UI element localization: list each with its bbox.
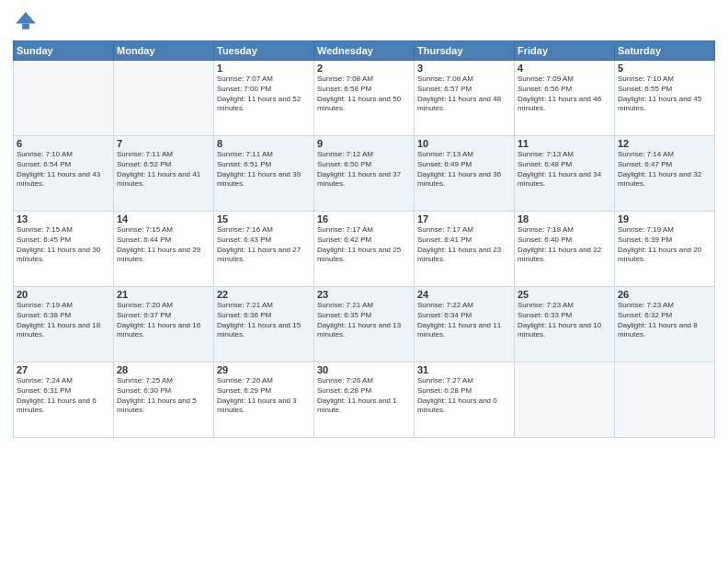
day-info: Sunrise: 7:15 AM Sunset: 6:44 PM Dayligh…	[117, 225, 210, 265]
day-info: Sunrise: 7:21 AM Sunset: 6:36 PM Dayligh…	[217, 301, 311, 340]
day-info: Sunrise: 7:26 AM Sunset: 6:29 PM Dayligh…	[217, 376, 311, 416]
day-number: 4	[518, 63, 611, 74]
day-info: Sunrise: 7:19 AM Sunset: 6:39 PM Dayligh…	[618, 225, 711, 265]
day-cell: 4Sunrise: 7:09 AM Sunset: 6:56 PM Daylig…	[515, 61, 615, 136]
day-number: 19	[618, 213, 711, 224]
day-info: Sunrise: 7:21 AM Sunset: 6:35 PM Dayligh…	[317, 301, 411, 340]
day-info: Sunrise: 7:17 AM Sunset: 6:41 PM Dayligh…	[417, 225, 511, 265]
col-header-sunday: Sunday	[14, 41, 114, 61]
day-info: Sunrise: 7:10 AM Sunset: 6:55 PM Dayligh…	[618, 75, 711, 114]
week-row-1: 1Sunrise: 7:07 AM Sunset: 7:00 PM Daylig…	[14, 61, 715, 136]
day-cell: 16Sunrise: 7:17 AM Sunset: 6:42 PM Dayli…	[314, 212, 415, 287]
day-number: 3	[417, 63, 511, 74]
header-row: SundayMondayTuesdayWednesdayThursdayFrid…	[14, 41, 715, 61]
day-info: Sunrise: 7:08 AM Sunset: 6:58 PM Dayligh…	[317, 75, 411, 114]
day-info: Sunrise: 7:11 AM Sunset: 6:52 PM Dayligh…	[117, 150, 210, 190]
day-number: 28	[117, 364, 210, 375]
day-info: Sunrise: 7:12 AM Sunset: 6:50 PM Dayligh…	[317, 150, 411, 190]
svg-rect-1	[22, 24, 29, 29]
day-info: Sunrise: 7:25 AM Sunset: 6:30 PM Dayligh…	[117, 376, 210, 416]
day-info: Sunrise: 7:09 AM Sunset: 6:56 PM Dayligh…	[518, 75, 611, 114]
header	[13, 9, 715, 35]
day-cell: 11Sunrise: 7:13 AM Sunset: 6:48 PM Dayli…	[515, 136, 615, 212]
day-cell: 20Sunrise: 7:19 AM Sunset: 6:38 PM Dayli…	[14, 287, 114, 362]
day-number: 22	[217, 289, 311, 300]
day-number: 2	[317, 63, 411, 74]
day-number: 14	[117, 213, 210, 224]
day-number: 10	[417, 138, 511, 149]
day-number: 25	[518, 289, 611, 300]
day-info: Sunrise: 7:16 AM Sunset: 6:43 PM Dayligh…	[217, 225, 311, 265]
week-row-4: 20Sunrise: 7:19 AM Sunset: 6:38 PM Dayli…	[14, 287, 715, 362]
day-info: Sunrise: 7:15 AM Sunset: 6:45 PM Dayligh…	[17, 225, 110, 265]
day-cell	[14, 61, 114, 136]
day-cell: 5Sunrise: 7:10 AM Sunset: 6:55 PM Daylig…	[615, 61, 715, 136]
day-info: Sunrise: 7:14 AM Sunset: 6:47 PM Dayligh…	[618, 150, 711, 190]
day-number: 27	[17, 364, 110, 375]
day-cell: 26Sunrise: 7:23 AM Sunset: 6:32 PM Dayli…	[615, 287, 715, 362]
day-number: 30	[317, 364, 411, 375]
day-info: Sunrise: 7:19 AM Sunset: 6:38 PM Dayligh…	[17, 301, 110, 340]
day-number: 24	[417, 289, 511, 300]
week-row-3: 13Sunrise: 7:15 AM Sunset: 6:45 PM Dayli…	[14, 212, 715, 287]
day-info: Sunrise: 7:26 AM Sunset: 6:28 PM Dayligh…	[317, 376, 411, 416]
day-cell: 14Sunrise: 7:15 AM Sunset: 6:44 PM Dayli…	[114, 212, 214, 287]
day-cell: 23Sunrise: 7:21 AM Sunset: 6:35 PM Dayli…	[314, 287, 415, 362]
day-cell	[114, 61, 214, 136]
day-cell: 1Sunrise: 7:07 AM Sunset: 7:00 PM Daylig…	[214, 61, 314, 136]
day-number: 8	[217, 138, 311, 149]
day-number: 9	[317, 138, 411, 149]
day-number: 13	[17, 213, 110, 224]
day-cell: 12Sunrise: 7:14 AM Sunset: 6:47 PM Dayli…	[615, 136, 715, 212]
day-cell: 19Sunrise: 7:19 AM Sunset: 6:39 PM Dayli…	[615, 212, 715, 287]
logo	[13, 9, 40, 35]
col-header-wednesday: Wednesday	[314, 41, 415, 61]
day-cell: 22Sunrise: 7:21 AM Sunset: 6:36 PM Dayli…	[214, 287, 314, 362]
day-number: 12	[618, 138, 711, 149]
day-cell: 2Sunrise: 7:08 AM Sunset: 6:58 PM Daylig…	[314, 61, 415, 136]
day-number: 5	[618, 63, 711, 74]
day-number: 6	[17, 138, 110, 149]
day-cell: 30Sunrise: 7:26 AM Sunset: 6:28 PM Dayli…	[314, 362, 415, 438]
day-info: Sunrise: 7:20 AM Sunset: 6:37 PM Dayligh…	[117, 301, 210, 340]
col-header-thursday: Thursday	[415, 41, 515, 61]
week-row-2: 6Sunrise: 7:10 AM Sunset: 6:54 PM Daylig…	[14, 136, 715, 212]
day-number: 15	[217, 213, 311, 224]
day-number: 20	[17, 289, 110, 300]
day-cell: 17Sunrise: 7:17 AM Sunset: 6:41 PM Dayli…	[415, 212, 515, 287]
day-cell: 3Sunrise: 7:08 AM Sunset: 6:57 PM Daylig…	[415, 61, 515, 136]
day-cell: 18Sunrise: 7:18 AM Sunset: 6:40 PM Dayli…	[515, 212, 615, 287]
day-cell: 15Sunrise: 7:16 AM Sunset: 6:43 PM Dayli…	[214, 212, 314, 287]
day-number: 16	[317, 213, 411, 224]
day-number: 29	[217, 364, 311, 375]
day-cell	[515, 362, 615, 438]
day-number: 21	[117, 289, 210, 300]
day-number: 17	[417, 213, 511, 224]
day-info: Sunrise: 7:18 AM Sunset: 6:40 PM Dayligh…	[518, 225, 611, 265]
day-cell: 7Sunrise: 7:11 AM Sunset: 6:52 PM Daylig…	[114, 136, 214, 212]
day-number: 18	[518, 213, 611, 224]
day-info: Sunrise: 7:23 AM Sunset: 6:33 PM Dayligh…	[518, 301, 611, 340]
col-header-tuesday: Tuesday	[214, 41, 314, 61]
day-info: Sunrise: 7:17 AM Sunset: 6:42 PM Dayligh…	[317, 225, 411, 265]
day-info: Sunrise: 7:24 AM Sunset: 6:31 PM Dayligh…	[17, 376, 110, 416]
day-cell: 29Sunrise: 7:26 AM Sunset: 6:29 PM Dayli…	[214, 362, 314, 438]
day-cell: 28Sunrise: 7:25 AM Sunset: 6:30 PM Dayli…	[114, 362, 214, 438]
day-number: 23	[317, 289, 411, 300]
day-info: Sunrise: 7:10 AM Sunset: 6:54 PM Dayligh…	[17, 150, 110, 190]
svg-marker-0	[16, 12, 36, 23]
col-header-friday: Friday	[515, 41, 615, 61]
day-cell: 31Sunrise: 7:27 AM Sunset: 6:28 PM Dayli…	[415, 362, 515, 438]
day-info: Sunrise: 7:11 AM Sunset: 6:51 PM Dayligh…	[217, 150, 311, 190]
day-info: Sunrise: 7:13 AM Sunset: 6:49 PM Dayligh…	[417, 150, 511, 190]
day-cell	[615, 362, 715, 438]
day-info: Sunrise: 7:13 AM Sunset: 6:48 PM Dayligh…	[518, 150, 611, 190]
day-info: Sunrise: 7:27 AM Sunset: 6:28 PM Dayligh…	[417, 376, 511, 416]
week-row-5: 27Sunrise: 7:24 AM Sunset: 6:31 PM Dayli…	[14, 362, 715, 438]
day-cell: 13Sunrise: 7:15 AM Sunset: 6:45 PM Dayli…	[14, 212, 114, 287]
day-number: 7	[117, 138, 210, 149]
day-number: 31	[417, 364, 511, 375]
day-cell: 27Sunrise: 7:24 AM Sunset: 6:31 PM Dayli…	[14, 362, 114, 438]
day-cell: 6Sunrise: 7:10 AM Sunset: 6:54 PM Daylig…	[14, 136, 114, 212]
day-number: 11	[518, 138, 611, 149]
